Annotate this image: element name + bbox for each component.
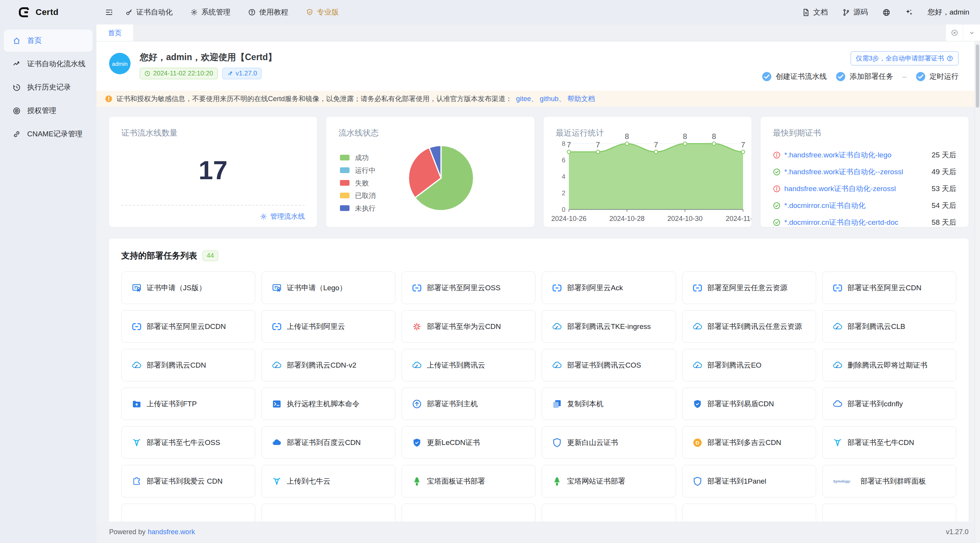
- task-card[interactable]: 部署证书到易盾CDN: [682, 388, 816, 420]
- task-card[interactable]: 上传证书到腾讯云: [402, 349, 536, 381]
- alert-link[interactable]: gitee、: [516, 95, 538, 103]
- theme-icon[interactable]: [905, 8, 913, 16]
- task-card[interactable]: 部署证书至阿里云CDN: [822, 272, 956, 304]
- task-card[interactable]: 部署证书至阿里云DCDN: [121, 310, 255, 343]
- legend-item[interactable]: 运行中: [340, 164, 376, 177]
- close-tabs-button[interactable]: [946, 25, 963, 41]
- task-card[interactable]: D部署证书到多吉云CDN: [682, 426, 816, 459]
- legend-item[interactable]: 已取消: [340, 189, 376, 202]
- top-menu-item[interactable]: 系统管理: [181, 0, 239, 25]
- tab-home[interactable]: 首页: [96, 25, 133, 41]
- user-greeting[interactable]: 您好，admin: [928, 7, 969, 17]
- warning-circle-icon: [773, 185, 781, 193]
- task-card[interactable]: 上传证书到阿里云: [261, 310, 395, 343]
- alert-link[interactable]: github、: [538, 95, 565, 103]
- task-card[interactable]: 部署到腾讯云TKE-ingress: [542, 310, 676, 343]
- guide-step[interactable]: 定时运行: [916, 72, 959, 82]
- alert-link[interactable]: 帮助文档: [565, 95, 595, 103]
- task-card[interactable]: 部署证书到cdnfly: [822, 388, 956, 420]
- task-card[interactable]: 上传到七牛云: [261, 465, 395, 497]
- sidebar-item[interactable]: 首页: [4, 29, 93, 52]
- menu-fold-icon[interactable]: [105, 8, 113, 16]
- shield-icon: [412, 438, 422, 448]
- task-card[interactable]: Synology部署证书到群晖面板: [822, 465, 956, 497]
- tabs-menu-button[interactable]: [963, 25, 980, 41]
- task-card[interactable]: 部署到腾讯云EO: [682, 349, 816, 381]
- task-card[interactable]: 部署证书至华为云CDN: [402, 310, 536, 343]
- ftp-icon: [132, 399, 142, 409]
- task-card[interactable]: 部署证书到主机: [402, 388, 536, 420]
- docs-link[interactable]: 文档: [802, 7, 828, 17]
- card-title: 证书流水线数量: [121, 128, 178, 138]
- aliyun-icon: [272, 322, 282, 332]
- pie-legend: 成功运行中失败已取消未执行: [340, 151, 376, 214]
- task-card[interactable]: 证书申请（JS版）: [121, 272, 255, 304]
- days-remaining: 49 天后: [927, 167, 956, 177]
- handsfree-link[interactable]: handsfree.work: [148, 528, 195, 536]
- task-card[interactable]: 部署证书至阿里云OSS: [402, 272, 536, 304]
- language-icon[interactable]: [882, 8, 890, 16]
- sidebar-item[interactable]: 执行历史记录: [4, 76, 93, 98]
- legend-swatch: [340, 167, 350, 173]
- task-card[interactable]: 部署到腾讯云CDN-v2: [261, 349, 395, 381]
- task-card[interactable]: 部署到腾讯云CLB: [822, 310, 956, 343]
- cert-link[interactable]: *.handsfree.work证书自动化-lego: [784, 150, 892, 160]
- qiniu-icon: [132, 438, 142, 448]
- legend-item[interactable]: 未执行: [340, 202, 376, 214]
- manage-pipelines-link[interactable]: 管理流水线: [260, 212, 305, 221]
- quick-guide-pill[interactable]: 仅需3步，全自动申请部署证书: [851, 51, 959, 65]
- sidebar-item[interactable]: CNAME记录管理: [4, 123, 93, 145]
- task-card[interactable]: 部署证书到百度云CDN: [261, 426, 395, 459]
- baota-icon: [412, 476, 422, 486]
- guide-step[interactable]: 创建证书流水线: [762, 72, 826, 82]
- task-card[interactable]: 部署证书到腾讯云COS: [542, 349, 676, 381]
- home-icon: [13, 37, 21, 45]
- pro-icon: [306, 8, 314, 16]
- task-card[interactable]: 部署证书至七牛云OSS: [121, 426, 255, 459]
- cert-link[interactable]: handsfree.work证书自动化-zerossl: [784, 184, 896, 194]
- guide-step[interactable]: 添加部署任务: [836, 72, 893, 82]
- tencent-icon: [132, 360, 142, 370]
- legend-item[interactable]: 失败: [340, 177, 376, 189]
- sidebar-item[interactable]: 授权管理: [4, 100, 93, 122]
- task-card[interactable]: 证书申请（Lego）: [261, 272, 395, 304]
- task-card[interactable]: 部署证书至七牛CDN: [822, 426, 956, 459]
- task-card[interactable]: 删除腾讯云即将过期证书: [822, 349, 956, 381]
- task-card[interactable]: 复制到本机: [542, 388, 676, 420]
- avatar[interactable]: admin: [109, 53, 131, 74]
- task-card[interactable]: 更新白山云证书: [542, 426, 676, 459]
- task-card[interactable]: 部署证书到我爱云 CDN: [121, 465, 255, 497]
- link-icon: [13, 130, 21, 138]
- scrollbar-thumb[interactable]: [976, 44, 979, 108]
- brand-logo[interactable]: Certd: [0, 6, 96, 19]
- task-card[interactable]: 部署至阿里云任意云资源: [682, 272, 816, 304]
- tencent-icon: [833, 360, 843, 370]
- task-card[interactable]: 上传证书到FTP: [121, 388, 255, 420]
- task-card[interactable]: 部署到阿里云Ack: [542, 272, 676, 304]
- task-card[interactable]: 执行远程主机脚本命令: [261, 388, 395, 420]
- legend-item[interactable]: 成功: [340, 151, 376, 164]
- cert-link[interactable]: *.handsfree.work证书自动化--zerossl: [784, 167, 903, 177]
- sidebar-item[interactable]: 证书自动化流水线: [4, 53, 93, 75]
- gear-icon: [260, 213, 267, 220]
- scrollbar-track[interactable]: [975, 41, 980, 543]
- task-card[interactable]: 部署证书到腾讯云任意云资源: [682, 310, 816, 343]
- top-menu-item[interactable]: 使用教程: [239, 0, 297, 25]
- shieldO-icon: [693, 476, 702, 486]
- task-card[interactable]: 更新LeCDN证书: [402, 426, 536, 459]
- top-menu-item[interactable]: 专业版: [297, 0, 348, 25]
- alert-text: 证书和授权为敏感信息，不要使用来历不明的在线Certd服务和镜像，以免泄露；请务…: [116, 94, 512, 103]
- task-card[interactable]: 宝塔网站证书部署: [542, 465, 676, 497]
- cert-link[interactable]: *.docmirror.cn证书自动化: [784, 201, 866, 211]
- svg-text:0: 0: [562, 206, 565, 213]
- legend-swatch: [340, 205, 350, 211]
- top-menu-item[interactable]: 证书自动化: [116, 0, 181, 25]
- cert-link[interactable]: *.docmirror.cn证书自动化-certd-doc: [784, 218, 898, 227]
- task-card[interactable]: 部署证书到1Panel: [682, 465, 816, 497]
- task-card[interactable]: 部署到腾讯云CDN: [121, 349, 255, 381]
- source-link[interactable]: 源码: [842, 7, 868, 17]
- task-card[interactable]: 宝塔面板证书部署: [402, 465, 536, 497]
- question-icon: [248, 8, 256, 16]
- version-badge: v1.27.0: [222, 68, 262, 79]
- success-circle-icon: [773, 219, 781, 226]
